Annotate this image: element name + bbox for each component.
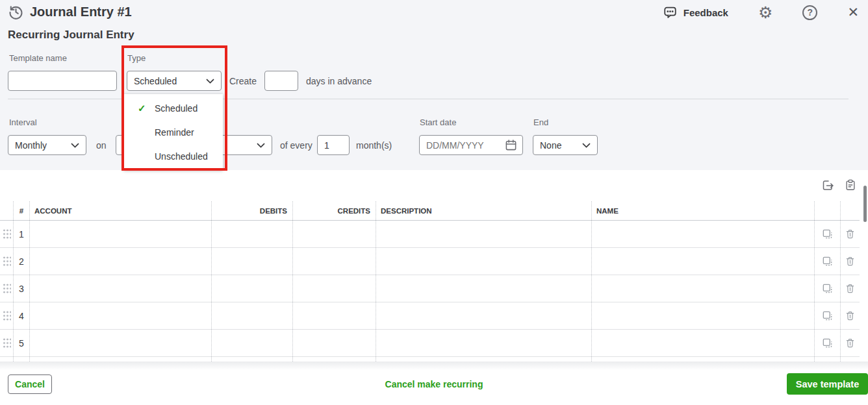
type-dropdown-menu: ✓ Scheduled Reminder Unscheduled — [123, 94, 223, 170]
account-cell[interactable] — [29, 221, 211, 247]
name-cell[interactable] — [591, 330, 814, 356]
end-select-value: None — [540, 140, 561, 151]
template-name-label: Template name — [9, 53, 67, 63]
account-cell[interactable] — [29, 275, 211, 302]
calendar-icon[interactable] — [505, 139, 517, 151]
menu-item-reminder[interactable]: Reminder — [123, 120, 223, 144]
feedback-bubble-icon — [663, 5, 678, 19]
interval-select-value: Monthly — [15, 140, 47, 151]
delete-row-icon[interactable] — [844, 310, 857, 323]
end-label: End — [533, 117, 548, 127]
debits-cell[interactable] — [211, 302, 292, 329]
cancel-button[interactable]: Cancel — [8, 374, 52, 394]
account-cell[interactable] — [29, 357, 211, 362]
description-cell[interactable] — [376, 330, 591, 356]
debits-cell[interactable] — [211, 248, 292, 275]
chevron-down-icon — [257, 143, 265, 148]
days-in-advance-input[interactable] — [264, 71, 298, 91]
days-in-advance-label: days in advance — [306, 76, 372, 86]
credits-cell[interactable] — [292, 330, 376, 356]
help-icon[interactable]: ? — [802, 5, 817, 20]
create-label: Create — [229, 76, 257, 86]
months-label: month(s) — [356, 140, 392, 151]
description-cell[interactable] — [376, 275, 591, 302]
duplicate-row-icon[interactable] — [821, 337, 834, 350]
drag-column-header — [0, 201, 13, 220]
name-cell[interactable] — [591, 248, 814, 275]
feedback-button[interactable]: Feedback — [663, 5, 728, 19]
save-template-button[interactable]: Save template — [787, 373, 868, 395]
journal-lines-table: # ACCOUNT DEBITS CREDITS DESCRIPTION NAM… — [0, 170, 868, 370]
credits-cell[interactable] — [292, 248, 376, 275]
duplicate-row-icon[interactable] — [821, 310, 834, 323]
description-cell[interactable] — [376, 221, 591, 247]
every-count-input[interactable] — [317, 135, 350, 155]
duplicate-row-icon[interactable] — [821, 282, 834, 295]
duplicate-row-icon[interactable] — [821, 255, 834, 268]
description-cell[interactable] — [376, 248, 591, 275]
col-header-delete — [840, 201, 860, 220]
debits-cell[interactable] — [211, 221, 292, 247]
interval-label: Interval — [9, 117, 37, 127]
account-cell[interactable] — [29, 302, 211, 329]
col-header-credits: CREDITS — [292, 201, 376, 220]
on-label: on — [96, 140, 107, 151]
drag-handle-icon[interactable] — [3, 283, 11, 294]
credits-cell[interactable] — [292, 221, 376, 247]
table-row: 4 — [0, 302, 860, 330]
drag-handle-icon[interactable] — [3, 256, 11, 267]
account-cell[interactable] — [29, 248, 211, 275]
gear-icon[interactable]: ⚙ — [758, 3, 772, 22]
col-header-num: # — [13, 201, 29, 220]
description-cell[interactable] — [376, 357, 591, 362]
name-cell[interactable] — [591, 302, 814, 329]
interval-select[interactable]: Monthly — [8, 135, 86, 155]
menu-item-unscheduled[interactable]: Unscheduled — [123, 144, 223, 168]
menu-item-label: Unscheduled — [155, 151, 208, 162]
name-cell[interactable] — [591, 275, 814, 302]
type-label: Type — [127, 53, 146, 63]
credits-cell[interactable] — [292, 357, 376, 362]
drag-handle-icon[interactable] — [3, 228, 11, 239]
start-date-label: Start date — [420, 117, 456, 127]
credits-cell[interactable] — [292, 275, 376, 302]
cancel-make-recurring-link[interactable]: Cancel make recurring — [385, 379, 483, 389]
table-row: 5 — [0, 330, 860, 357]
delete-row-icon[interactable] — [844, 228, 857, 241]
feedback-label: Feedback — [683, 7, 728, 18]
name-cell[interactable] — [591, 357, 814, 362]
duplicate-row-icon[interactable] — [821, 228, 834, 241]
menu-item-scheduled[interactable]: ✓ Scheduled — [123, 96, 223, 120]
col-header-name: NAME — [591, 201, 814, 220]
table-body: 1 2 3 — [0, 221, 868, 362]
chevron-down-icon — [206, 79, 214, 84]
end-select[interactable]: None — [533, 135, 598, 155]
account-cell[interactable] — [29, 330, 211, 356]
delete-row-icon[interactable] — [844, 337, 857, 350]
chevron-down-icon — [71, 143, 79, 148]
type-select[interactable]: Scheduled — [127, 71, 222, 91]
debits-cell[interactable] — [211, 330, 292, 356]
check-icon: ✓ — [138, 103, 147, 114]
row-number: 1 — [13, 221, 29, 247]
name-cell[interactable] — [591, 221, 814, 247]
drag-handle-icon[interactable] — [3, 338, 11, 349]
drag-handle-icon[interactable] — [3, 310, 11, 321]
col-header-account: ACCOUNT — [29, 201, 211, 220]
clipboard-icon[interactable] — [843, 178, 858, 192]
description-cell[interactable] — [376, 302, 591, 329]
close-icon[interactable]: ✕ — [847, 3, 859, 22]
delete-row-icon[interactable] — [844, 255, 857, 268]
credits-cell[interactable] — [292, 302, 376, 329]
table-row: 6 — [0, 357, 860, 362]
delete-row-icon[interactable] — [844, 282, 857, 295]
chevron-down-icon — [582, 143, 591, 148]
debits-cell[interactable] — [211, 357, 292, 362]
debits-cell[interactable] — [211, 275, 292, 302]
row-number: 4 — [13, 302, 29, 329]
footer-bar: Cancel Cancel make recurring Save templa… — [0, 370, 868, 405]
template-name-input[interactable] — [8, 71, 117, 91]
export-icon[interactable] — [821, 178, 835, 192]
vertical-scrollbar[interactable] — [863, 186, 867, 222]
table-header-row: # ACCOUNT DEBITS CREDITS DESCRIPTION NAM… — [0, 201, 860, 221]
